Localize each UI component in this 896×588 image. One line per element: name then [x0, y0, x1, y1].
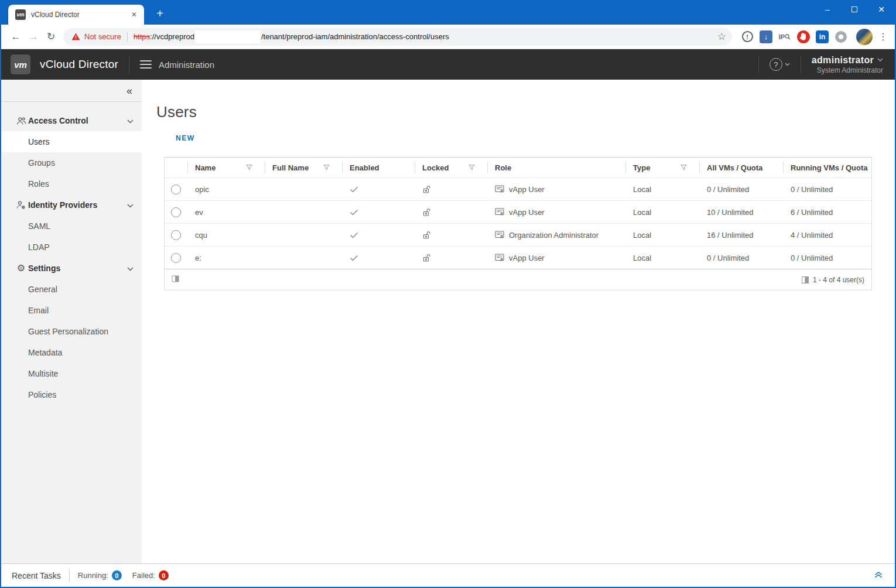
profile-avatar[interactable] [856, 29, 873, 45]
url-divider [127, 32, 128, 42]
pagination: 1 - 4 of 4 user(s) [802, 276, 864, 284]
filter-icon[interactable] [680, 163, 687, 172]
table-row[interactable]: opic vApp User Local 0 / Unlimited 0 / U… [165, 177, 871, 200]
header-divider [129, 56, 129, 73]
running-count-badge: 0 [112, 570, 122, 580]
users-table: Name Full Name Enabled Locked Role Type … [164, 157, 872, 290]
new-tab-button[interactable]: + [152, 6, 167, 21]
role-badge-icon [495, 208, 505, 216]
help-icon: ? [770, 58, 782, 71]
cell-type: Local [626, 247, 700, 269]
check-icon [350, 232, 358, 238]
linkedin-extension-icon[interactable]: in [815, 29, 830, 45]
sidebar-item-email[interactable]: Email [1, 300, 142, 321]
bookmark-star-icon[interactable]: ☆ [717, 30, 726, 43]
download-extension-icon[interactable]: ↓ [758, 29, 774, 45]
maximize-icon [851, 6, 857, 12]
address-bar[interactable]: Not secure https://vcdpreprod/tenant/pre… [63, 28, 732, 46]
sidebar-item-groups[interactable]: Groups [1, 152, 142, 173]
table-row[interactable]: cqu Organization Administrator Local 16 … [165, 223, 871, 246]
column-header-enabled[interactable]: Enabled [343, 158, 415, 177]
cell-locked [415, 224, 488, 246]
cell-enabled [343, 201, 415, 223]
sidebar-item-general[interactable]: General [1, 279, 142, 300]
failed-count-badge: 0 [159, 570, 169, 580]
maximize-button[interactable] [841, 0, 868, 19]
column-header-locked[interactable]: Locked [415, 158, 488, 177]
sidebar-section-label: Access Control [28, 116, 88, 125]
collapse-sidebar-icon[interactable]: « [126, 86, 132, 96]
tab-title: vCloud Director [31, 11, 129, 19]
sidebar-item-multisite[interactable]: Multisite [1, 363, 142, 384]
filter-icon[interactable] [468, 163, 475, 172]
close-button[interactable]: ✕ [868, 0, 895, 19]
gear-icon: ⚙ [15, 264, 27, 273]
table-row[interactable]: e: vApp User Local 0 / Unlimited 0 / Unl… [165, 246, 871, 269]
column-header-all-vms[interactable]: All VMs / Quota [700, 158, 784, 177]
info-extension-icon[interactable]: ! [740, 29, 755, 45]
cell-enabled [343, 178, 415, 200]
cell-running-vms: 0 / Unlimited [784, 247, 871, 269]
sidebar-item-guest-personalization[interactable]: Guest Personalization [1, 321, 142, 342]
titlebar: vm vCloud Director ✕ + – ✕ [1, 0, 895, 25]
back-button[interactable]: ← [7, 28, 25, 46]
sidebar-section-identity-providers[interactable]: Identity Providers [1, 194, 142, 216]
column-header-running-vms[interactable]: Running VMs / Quota [784, 158, 871, 177]
browser-tab[interactable]: vm vCloud Director ✕ [8, 5, 144, 25]
header-divider [758, 56, 759, 73]
reload-button[interactable]: ↻ [42, 28, 60, 46]
url-text: https://vcdpreprod/tenant/preprod-iam/ad… [134, 30, 717, 43]
not-secure-label: Not secure [84, 32, 121, 41]
header-divider [801, 56, 801, 73]
check-icon [350, 255, 358, 261]
cell-full-name [265, 247, 343, 269]
row-select-radio[interactable] [171, 184, 181, 194]
column-header-type[interactable]: Type [626, 158, 700, 177]
gray-ring-extension-icon[interactable] [833, 29, 849, 45]
browser-menu-icon[interactable]: ⋮ [876, 30, 890, 44]
cell-locked [415, 247, 488, 269]
chevron-down-icon [127, 264, 134, 273]
cell-full-name [265, 178, 343, 200]
user-menu[interactable]: administrator System Administrator [812, 55, 883, 74]
column-header-name[interactable]: Name [188, 158, 265, 177]
expand-tasks-icon[interactable] [874, 570, 883, 582]
sidebar-section-label: Settings [28, 264, 60, 273]
column-header-full-name[interactable]: Full Name [265, 158, 343, 177]
adblock-hand-extension-icon[interactable] [796, 29, 811, 45]
column-toggle-icon[interactable] [172, 275, 180, 285]
row-select-radio[interactable] [171, 253, 181, 263]
sidebar-item-roles[interactable]: Roles [1, 173, 142, 194]
tab-close-icon[interactable]: ✕ [129, 9, 139, 20]
column-header-role[interactable]: Role [488, 158, 626, 177]
sidebar-item-ldap[interactable]: LDAP [1, 237, 142, 258]
selection-column-header [165, 158, 188, 177]
row-select-radio[interactable] [171, 207, 181, 217]
sidebar-section-access-control[interactable]: Access Control [1, 110, 142, 131]
ip-lookup-extension-icon[interactable]: IP [777, 29, 792, 45]
unlock-icon [422, 231, 431, 240]
warning-icon [71, 33, 80, 40]
help-menu[interactable]: ? [770, 58, 790, 71]
table-header-row: Name Full Name Enabled Locked Role Type … [165, 158, 871, 177]
filter-icon[interactable] [246, 163, 252, 172]
minimize-button[interactable]: – [814, 0, 841, 19]
unlock-icon [422, 208, 431, 217]
hamburger-menu-icon[interactable] [140, 60, 152, 69]
sidebar-section-settings[interactable]: ⚙ Settings [1, 258, 142, 279]
sidebar-item-saml[interactable]: SAML [1, 216, 142, 237]
cell-running-vms: 0 / Unlimited [784, 178, 871, 200]
active-section-label: Administration [159, 60, 214, 70]
cell-running-vms: 6 / Unlimited [784, 201, 871, 223]
sidebar-item-metadata[interactable]: Metadata [1, 342, 142, 363]
cell-name: e: [188, 247, 265, 269]
url-path: /tenant/preprod-iam/administration/acces… [261, 32, 449, 41]
sidebar-item-policies[interactable]: Policies [1, 384, 142, 405]
new-user-button[interactable]: NEW [176, 134, 195, 142]
filter-icon[interactable] [323, 163, 330, 172]
cell-all-vms: 10 / Unlimited [700, 201, 784, 223]
sidebar-item-users[interactable]: Users [1, 131, 142, 152]
row-select-radio[interactable] [171, 230, 181, 240]
forward-button: → [25, 28, 42, 46]
table-row[interactable]: ev vApp User Local 10 / Unlimited 6 / Un… [165, 200, 871, 223]
